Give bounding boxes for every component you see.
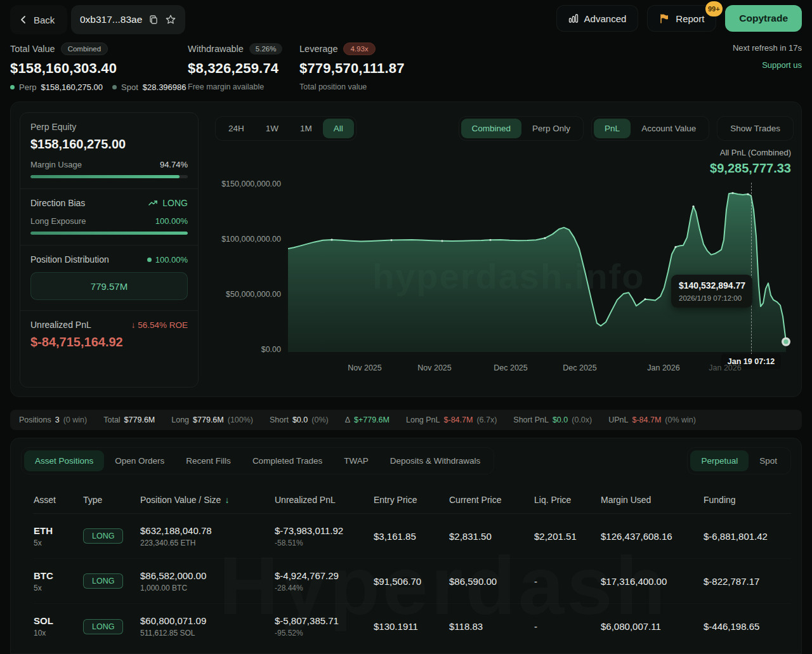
copytrade-label: Copytrade (739, 13, 788, 24)
tab-deposits-withdrawals[interactable]: Deposits & Withdrawals (379, 450, 492, 471)
metric-toggle-group: PnL Account Value (591, 116, 709, 141)
range-all-button[interactable]: All (323, 119, 354, 138)
table-header-row: Asset Type Position Value / Size↓ Unreal… (34, 486, 791, 514)
support-us-link[interactable]: Support us (733, 60, 802, 70)
tab-twap[interactable]: TWAP (333, 450, 379, 471)
entry-price: $3,161.85 (374, 531, 449, 542)
upnl-value: $-5,807,385.71 (275, 615, 374, 626)
mode-perp-only-button[interactable]: Perp Only (521, 119, 581, 138)
tab-asset-positions[interactable]: Asset Positions (24, 450, 104, 471)
x-axis-tick: Dec 2025 (563, 363, 597, 372)
positions-summary-strip: Positions 3 (0 win) Total $779.6M Long $… (10, 410, 802, 430)
entry-price: $91,506.70 (374, 576, 449, 587)
range-1m-button[interactable]: 1M (289, 119, 323, 138)
copy-icon[interactable] (148, 15, 159, 25)
table-row[interactable]: SOL 10x LONG $60,800,071.09 511,612.85 S… (34, 604, 791, 649)
x-axis-tick: Jan 2026 (709, 363, 741, 372)
spot-label: Spot (121, 82, 138, 92)
col-unrealized-pnl[interactable]: Unrealized PnL (275, 495, 374, 505)
leverage-stat: Leverage 4.93x $779,570,111.87 Total pos… (299, 42, 405, 91)
wallet-address-pill[interactable]: 0xb317...83ae (71, 5, 185, 34)
margin-usage-bar (30, 175, 188, 178)
position-value: $86,582,000.00 (140, 570, 275, 581)
col-margin-used[interactable]: Margin Used (601, 495, 704, 505)
distribution-dot (147, 258, 152, 262)
margin-used: $126,437,608.16 (601, 531, 704, 542)
pnl-chart-area: 24H 1W 1M All Combined Perp Only PnL Acc… (214, 102, 802, 398)
margin-used: $17,316,400.00 (601, 576, 704, 587)
tab-recent-fills[interactable]: Recent Fills (175, 450, 242, 471)
range-24h-button[interactable]: 24H (218, 119, 255, 138)
table-row[interactable]: BTC 5x LONG $86,582,000.00 1,000.00 BTC … (34, 559, 791, 604)
back-label: Back (34, 15, 55, 25)
leverage-badge: 4.93x (343, 43, 375, 55)
leverage-sub: Total position value (299, 82, 405, 91)
position-size: 511,612.85 SOL (140, 629, 275, 638)
x-axis-tick: Nov 2025 (417, 363, 452, 372)
leverage-label: Leverage (299, 44, 337, 54)
positions-tab-group: Asset Positions Open Orders Recent Fills… (21, 447, 494, 474)
asset-leverage: 5x (34, 584, 83, 592)
copytrade-button[interactable]: Copytrade (725, 5, 802, 32)
perp-equity-label: Perp Equity (30, 122, 188, 132)
withdrawable-label: Withdrawable (188, 44, 244, 54)
combined-badge: Combined (61, 43, 108, 55)
mode-combined-button[interactable]: Combined (461, 119, 522, 138)
top-bar: Back 0xb317...83ae 99+ Advanced Report C… (0, 0, 812, 39)
table-row[interactable]: ETH 5x LONG $632,188,040.78 223,340.65 E… (34, 514, 791, 559)
col-entry-price[interactable]: Entry Price (374, 495, 449, 505)
long-badge: LONG (83, 528, 123, 544)
summary-total: Total $779.6M (103, 415, 155, 424)
market-toggle-group: Perpetual Spot (687, 447, 791, 474)
asset-symbol: BTC (34, 570, 83, 581)
range-1w-button[interactable]: 1W (255, 119, 289, 138)
all-pnl-summary: All PnL (Combined) $9,285,777.33 (710, 148, 791, 176)
wallet-address: 0xb317...83ae (80, 14, 142, 25)
back-button[interactable]: Back (10, 5, 67, 34)
x-axis-tick: Dec 2025 (494, 363, 528, 372)
col-type[interactable]: Type (83, 495, 140, 505)
liq-price: - (534, 621, 601, 632)
tab-completed-trades[interactable]: Completed Trades (242, 450, 333, 471)
position-distribution-value[interactable]: 779.57M (30, 272, 188, 300)
asset-symbol: SOL (34, 615, 83, 626)
toggle-spot[interactable]: Spot (749, 450, 788, 471)
liq-price: $2,201.51 (534, 531, 601, 542)
funding: $-446,198.65 (704, 621, 791, 632)
summary-short-pnl: Short PnL $0.0 (0.0x) (513, 415, 592, 424)
col-current-price[interactable]: Current Price (449, 495, 534, 505)
pnl-area-chart[interactable] (288, 183, 792, 355)
current-price: $2,831.50 (449, 531, 534, 542)
direction-bias-section: Direction Bias LONG Long Exposure 100.00… (20, 189, 198, 245)
metric-pnl-button[interactable]: PnL (594, 119, 631, 138)
upnl-pct: -95.52% (275, 629, 374, 638)
margin-usage-label: Margin Usage (30, 160, 82, 169)
liq-price: - (534, 576, 601, 587)
star-icon[interactable] (165, 14, 176, 25)
show-trades-button[interactable]: Show Trades (719, 119, 791, 138)
x-axis-tick: Jan 2026 (647, 363, 679, 372)
overview-panel: Perp Equity $158,160,275.00 Margin Usage… (10, 101, 802, 397)
withdrawable-stat: Withdrawable 5.26% $8,326,259.74 Free ma… (188, 42, 282, 91)
toggle-perpetual[interactable]: Perpetual (690, 450, 749, 471)
refresh-countdown: Next refresh in 17s (733, 43, 802, 53)
pnl-area-fill (288, 193, 786, 352)
x-axis-tick: Nov 2025 (348, 363, 382, 372)
y-axis-tick: $150,000,000.00 (221, 180, 281, 188)
position-distribution-section: Position Distribution 100.00% 779.57M (20, 245, 198, 310)
mode-toggle-group: Combined Perp Only (459, 116, 584, 141)
equity-card: Perp Equity $158,160,275.00 Margin Usage… (20, 112, 199, 388)
col-position-value[interactable]: Position Value / Size↓ (140, 495, 275, 505)
col-funding[interactable]: Funding (704, 495, 791, 505)
col-asset[interactable]: Asset (34, 495, 83, 505)
summary-positions: Positions 3 (0 win) (19, 415, 87, 424)
positions-panel: Asset Positions Open Orders Recent Fills… (10, 438, 802, 654)
tab-open-orders[interactable]: Open Orders (104, 450, 175, 471)
tooltip-value: $140,532,894.77 (679, 280, 745, 291)
summary-long: Long $779.6M (100%) (171, 415, 253, 424)
advanced-button[interactable]: Advanced (556, 5, 639, 32)
upnl-pct: -28.44% (275, 584, 374, 592)
advanced-label: Advanced (584, 13, 627, 24)
metric-account-value-button[interactable]: Account Value (631, 119, 707, 138)
col-liq-price[interactable]: Liq. Price (534, 495, 601, 505)
